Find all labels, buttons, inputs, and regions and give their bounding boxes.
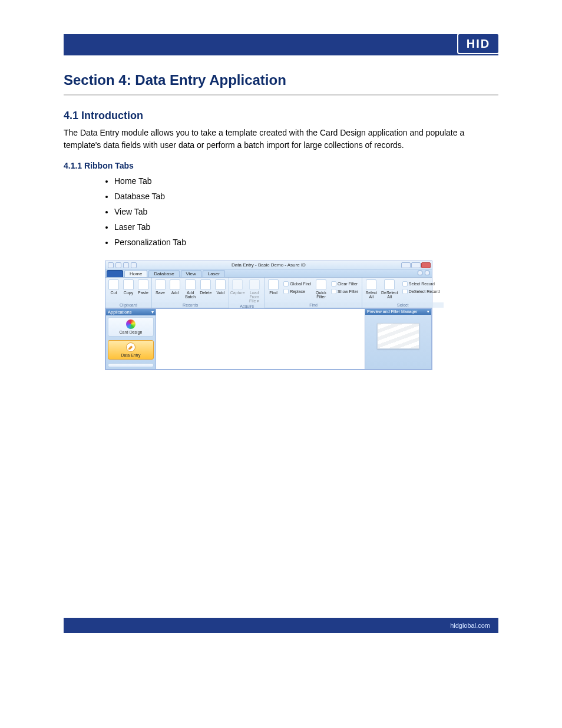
binoculars-icon <box>268 279 279 290</box>
minimize-button[interactable] <box>401 262 411 268</box>
scissors-icon <box>108 279 119 290</box>
cut-button[interactable]: Cut <box>107 279 121 302</box>
add-batch-icon <box>185 279 196 290</box>
list-item: View Tab <box>114 205 498 220</box>
copy-button[interactable]: Copy <box>121 279 135 302</box>
section-rule <box>64 94 498 95</box>
list-item: Home Tab <box>114 174 498 189</box>
delete-button[interactable]: Delete <box>199 279 213 302</box>
replace-icon <box>283 289 289 294</box>
load-from-file-button: Load From File ▾ <box>245 279 263 304</box>
clipboard-icon <box>138 279 148 290</box>
ribbon-tabs-heading: 4.1.1 Ribbon Tabs <box>64 161 498 170</box>
ribbon-tabs-list: Home Tab Database Tab View Tab Laser Tab… <box>114 174 498 250</box>
find-button[interactable]: Find <box>266 279 280 302</box>
footer-link: hidglobal.com <box>450 622 490 629</box>
add-batch-button[interactable]: Add Batch <box>183 279 198 302</box>
ribbon-minimize-icon[interactable] <box>418 271 422 275</box>
global-find-button[interactable]: Global Find <box>282 280 312 287</box>
intro-paragraph: The Data Entry module allows you to take… <box>64 127 498 151</box>
select-record-button[interactable]: Select Record <box>401 280 441 287</box>
ribbon-group-records: Save Add Add Batch Delete Void Records <box>152 278 229 308</box>
applications-panel: Applications▾ Card Design Data Entry <box>105 308 156 370</box>
section-title: Section 4: Data Entry Application <box>64 72 498 88</box>
preview-panel: Preview and Filter Manager▾ <box>365 308 432 370</box>
quick-filter-button[interactable]: Quick Filter <box>314 279 328 302</box>
card-preview <box>377 323 419 349</box>
panel-header: Applications▾ <box>106 309 156 315</box>
quick-access-toolbar[interactable] <box>108 262 137 268</box>
check-icon <box>402 281 408 286</box>
work-area: Applications▾ Card Design Data Entry Pre… <box>105 308 432 370</box>
deselect-all-icon <box>384 279 395 290</box>
ribbon-tabstrip: Home Database View Laser <box>105 269 432 278</box>
deselect-record-button[interactable]: DeSelect Record <box>401 288 441 295</box>
tab-home[interactable]: Home <box>124 270 147 277</box>
canvas-area[interactable] <box>156 308 365 370</box>
clear-filter-button[interactable]: Clear Filter <box>330 280 359 287</box>
select-all-button[interactable]: Select All <box>363 279 379 302</box>
panel-pin-icon[interactable]: ▾ <box>151 309 154 315</box>
list-item: Personalization Tab <box>114 235 498 251</box>
window-controls[interactable] <box>401 262 431 268</box>
copy-icon <box>123 279 134 290</box>
ribbon-group-select: Select All DeSelect All Select Record De… <box>362 278 444 308</box>
list-item: Laser Tab <box>114 220 498 235</box>
app-data-entry-button[interactable]: Data Entry <box>108 340 154 360</box>
uncheck-icon <box>402 289 408 294</box>
panel-header: Preview and Filter Manager▾ <box>365 309 431 315</box>
deselect-all-button[interactable]: DeSelect All <box>380 279 399 302</box>
capture-button: Capture <box>230 279 244 304</box>
ribbon-group-acquire: Capture Load From File ▾ Acquire <box>229 278 265 308</box>
qat-save-icon[interactable] <box>115 262 121 268</box>
hid-logo: HID <box>457 33 500 54</box>
paste-button[interactable]: Paste <box>136 279 150 302</box>
page-header-bar: HID <box>64 34 498 55</box>
tab-laser[interactable]: Laser <box>203 270 225 277</box>
group-label: Records <box>152 302 229 308</box>
qat-refresh-icon[interactable] <box>131 262 137 268</box>
ribbon: Cut Copy Paste Clipboard Save Add Add Ba… <box>105 278 432 308</box>
clear-filter-icon <box>331 281 336 286</box>
void-icon <box>215 279 226 290</box>
globe-icon <box>283 281 289 286</box>
qat-back-icon[interactable] <box>108 262 114 268</box>
maximize-button[interactable] <box>411 262 421 268</box>
funnel-icon <box>316 279 326 290</box>
window-title: Data Entry - Basic Demo - Asure ID <box>232 262 306 268</box>
select-all-icon <box>366 279 376 290</box>
replace-button[interactable]: Replace <box>282 288 312 295</box>
embedded-app-window: Data Entry - Basic Demo - Asure ID Home … <box>105 261 432 370</box>
page-footer-bar: hidglobal.com <box>64 618 498 633</box>
save-button[interactable]: Save <box>153 279 167 302</box>
tab-view[interactable]: View <box>181 270 201 277</box>
add-icon <box>170 279 180 290</box>
group-label: Find <box>265 302 362 308</box>
app-card-design-button[interactable]: Card Design <box>108 317 154 337</box>
camera-icon <box>232 279 243 290</box>
tab-file[interactable] <box>107 270 123 277</box>
ribbon-group-find: Find Global Find Replace Quick Filter Cl… <box>265 278 362 308</box>
window-titlebar[interactable]: Data Entry - Basic Demo - Asure ID <box>105 261 432 269</box>
close-button[interactable] <box>421 262 431 268</box>
panel-pin-icon[interactable]: ▾ <box>427 309 429 314</box>
filter-icon <box>331 289 336 294</box>
tab-database[interactable]: Database <box>148 270 179 277</box>
pencil-icon <box>126 342 135 352</box>
qat-print-icon[interactable] <box>123 262 129 268</box>
subsection-heading: 4.1 Introduction <box>64 110 498 122</box>
list-item: Database Tab <box>114 189 498 205</box>
save-icon <box>155 279 166 290</box>
color-wheel-icon <box>126 319 135 329</box>
delete-icon <box>200 279 211 290</box>
show-filter-button[interactable]: Show Filter <box>330 288 359 295</box>
group-label: Clipboard <box>105 302 151 308</box>
ribbon-group-clipboard: Cut Copy Paste Clipboard <box>105 278 152 308</box>
help-icon[interactable] <box>425 271 429 275</box>
app-reports-button[interactable] <box>108 363 154 367</box>
group-label: Select <box>362 302 444 308</box>
void-button[interactable]: Void <box>213 279 227 302</box>
document-content: Section 4: Data Entry Application 4.1 In… <box>64 72 498 370</box>
add-button[interactable]: Add <box>168 279 182 302</box>
folder-open-icon <box>249 279 260 290</box>
